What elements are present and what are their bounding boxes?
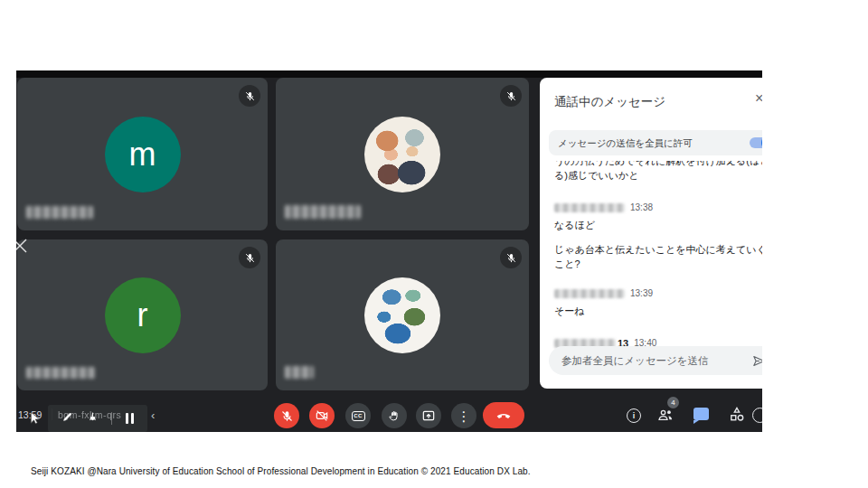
participant-name-redacted — [285, 205, 361, 219]
panel-title: 通話中のメッセージ — [554, 94, 665, 110]
mic-muted-icon — [239, 247, 260, 268]
host-controls-icon-partial[interactable] — [752, 408, 762, 423]
toggle-check-icon: ✓ — [761, 136, 762, 150]
send-icon[interactable] — [751, 353, 762, 372]
chat-message-input[interactable] — [561, 346, 742, 375]
sender-name-redacted — [554, 203, 625, 212]
collapse-chevron-icon[interactable]: ‹ — [151, 408, 155, 422]
message-text: る)感じでいいかと — [554, 168, 762, 183]
slide-page: m r — [0, 0, 868, 488]
meeting-details-button[interactable]: i — [627, 408, 641, 423]
message-sender-row: 13:39 — [554, 288, 762, 299]
avatar-letter: m — [129, 136, 156, 174]
message-clipped: うの方伝うためでそれに解釈を付け加える(はどの る)感じでいいかと — [554, 161, 762, 183]
toggle-label: メッセージの送信を全員に許可 — [558, 130, 693, 155]
message-time: 13:38 — [630, 201, 653, 215]
mouse-cursor-icon — [28, 410, 42, 430]
avatar: r — [105, 277, 181, 353]
show-participants-button[interactable] — [656, 407, 675, 427]
meet-screenshot: m r — [16, 70, 762, 432]
video-tile[interactable] — [276, 78, 529, 230]
mic-mute-button[interactable] — [274, 403, 299, 428]
hangup-icon — [495, 407, 513, 425]
message-list: うの方伝うためでそれに解釈を付け加える(はどの る)感じでいいかと 13:38 … — [554, 161, 762, 349]
mic-muted-icon — [500, 247, 522, 268]
message-text: そーね — [554, 304, 762, 318]
participant-name-redacted — [285, 366, 314, 379]
present-icon — [421, 408, 436, 423]
avatar: m — [105, 117, 181, 192]
video-tile[interactable]: m — [17, 78, 268, 230]
video-tile[interactable]: r — [17, 239, 268, 390]
video-tile[interactable] — [276, 239, 529, 390]
camera-off-button[interactable] — [309, 403, 335, 428]
message-time: 13:39 — [630, 286, 653, 301]
message-text: じゃあ台本と伝えたいことを中心に考えていくって — [554, 242, 762, 257]
captions-icon: CC — [352, 411, 365, 421]
participant-name-redacted — [26, 367, 95, 379]
people-icon — [656, 407, 675, 423]
participant-name-redacted — [26, 206, 93, 219]
info-icon: i — [633, 411, 636, 420]
pause-icon[interactable] — [126, 413, 134, 424]
avatar-image — [364, 117, 440, 192]
raise-hand-button[interactable] — [382, 403, 407, 428]
avatar-letter: r — [137, 296, 148, 334]
more-options-button[interactable]: ⋮ — [451, 403, 476, 428]
message-sender-row: 13:38 — [554, 202, 762, 213]
window-top-strip — [16, 70, 762, 78]
mic-muted-icon — [500, 85, 522, 107]
mic-muted-icon — [239, 85, 260, 107]
chat-input-pill — [549, 346, 762, 375]
captions-button[interactable]: CC — [345, 403, 371, 428]
activities-icon — [728, 406, 746, 423]
in-call-messages-panel: 通話中のメッセージ × メッセージの送信を全員に許可 ✓ うの方伝うためでそれに… — [540, 78, 762, 389]
sender-name-redacted — [554, 289, 625, 298]
message-text: うの方伝うためでそれに解釈を付け加える(はどの — [554, 161, 762, 168]
present-screen-button[interactable] — [416, 403, 441, 428]
close-icon[interactable]: × — [755, 90, 762, 107]
chat-panel-button-active[interactable] — [693, 408, 709, 420]
allow-messages-toggle-row: メッセージの送信を全員に許可 ✓ — [549, 130, 762, 155]
slide-caption: Seiji KOZAKI @Nara University of Educati… — [31, 466, 531, 476]
hand-icon — [388, 409, 401, 423]
allow-messages-toggle[interactable]: ✓ — [750, 137, 762, 148]
message-text: こと? — [554, 257, 762, 271]
meeting-code: bgm-fxkm-qrs — [58, 409, 121, 420]
annotation-x-mark — [16, 237, 29, 258]
more-dots-icon: ⋮ — [458, 409, 471, 423]
end-call-button[interactable] — [483, 402, 524, 428]
message-text: なるほど — [554, 218, 762, 232]
avatar-image — [364, 277, 440, 353]
participant-count-badge: 4 — [667, 397, 679, 408]
activities-button[interactable] — [728, 406, 746, 427]
